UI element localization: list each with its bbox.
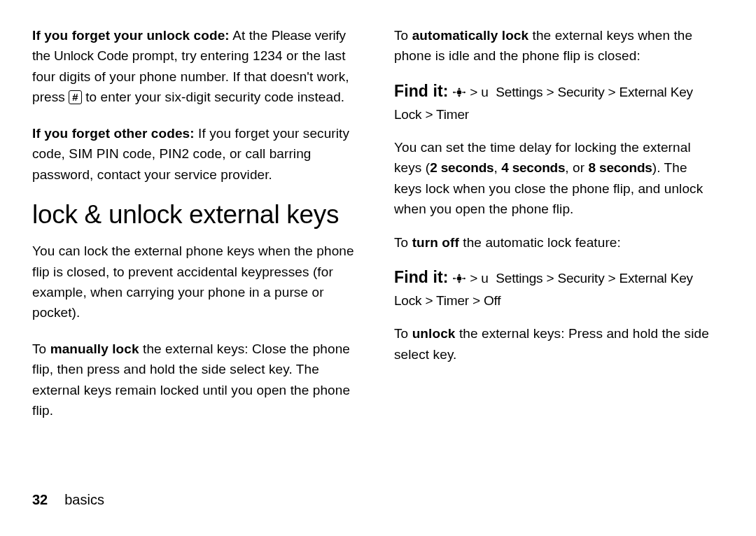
- text: To: [394, 235, 412, 250]
- page-number: 32: [32, 492, 48, 507]
- menu-u: u: [481, 271, 488, 285]
- svg-point-0: [457, 90, 461, 94]
- bold: automatically lock: [412, 28, 529, 43]
- option: 8 seconds: [589, 160, 652, 175]
- turn-off-intro: To turn off the automatic lock feature:: [394, 232, 717, 253]
- bold: unlock: [412, 326, 456, 341]
- svg-marker-11: [458, 281, 461, 283]
- svg-point-1: [453, 92, 455, 94]
- auto-lock-intro: To automatically lock the external keys …: [394, 25, 717, 66]
- text: to enter your six-digit security code in…: [82, 90, 344, 104]
- find-it-label: Find it:: [394, 82, 448, 100]
- find-it-path-1: Find it: > u Settings > Security > Exter…: [394, 79, 717, 125]
- sep: , or: [565, 160, 588, 175]
- page-footer: 32basics: [32, 492, 104, 508]
- text: To: [394, 28, 412, 43]
- lead-bold: If you forget your unlock code:: [32, 28, 230, 43]
- forgot-other-codes-paragraph: If you forget other codes: If you forget…: [32, 123, 355, 185]
- text: To: [394, 326, 412, 341]
- option: 2 seconds: [430, 160, 493, 175]
- time-delay-paragraph: You can set the time delay for locking t…: [394, 137, 717, 220]
- intro-paragraph: You can lock the external phone keys whe…: [32, 241, 355, 323]
- sep: ,: [493, 160, 501, 175]
- menu-u: u: [481, 85, 488, 99]
- find-it-path-2: Find it: > u Settings > Security > Exter…: [394, 265, 717, 311]
- nav-key-icon: [452, 269, 466, 290]
- text: At the: [230, 28, 272, 43]
- lead-bold: If you forget other codes:: [32, 126, 195, 141]
- svg-point-7: [457, 276, 461, 281]
- forgot-unlock-code-paragraph: If you forget your unlock code: At the P…: [32, 25, 355, 108]
- left-column: If you forget your unlock code: At the P…: [32, 25, 355, 473]
- text: the automatic lock feature:: [459, 235, 621, 250]
- two-column-layout: If you forget your unlock code: At the P…: [32, 25, 717, 473]
- svg-point-9: [463, 278, 465, 280]
- nav-key-icon: [452, 83, 466, 104]
- gt: >: [470, 271, 481, 285]
- bold: manually lock: [50, 341, 139, 356]
- gt: >: [470, 85, 481, 99]
- svg-point-8: [453, 278, 455, 280]
- bold: turn off: [412, 235, 459, 250]
- find-it-label: Find it:: [394, 268, 448, 286]
- svg-marker-4: [458, 95, 461, 97]
- manual-lock-paragraph: To manually lock the external keys: Clos…: [32, 339, 355, 421]
- svg-marker-10: [458, 274, 461, 276]
- manual-page: If you forget your unlock code: At the P…: [0, 0, 756, 536]
- hash-key-icon: #: [69, 90, 81, 104]
- right-column: To automatically lock the external keys …: [394, 25, 717, 473]
- section-heading: lock & unlock external keys: [32, 200, 355, 230]
- unlock-paragraph: To unlock the external keys: Press and h…: [394, 323, 717, 365]
- text: To: [32, 341, 50, 356]
- section-name: basics: [64, 492, 104, 507]
- svg-marker-3: [458, 87, 461, 90]
- option: 4 seconds: [501, 160, 565, 175]
- svg-point-2: [463, 92, 465, 94]
